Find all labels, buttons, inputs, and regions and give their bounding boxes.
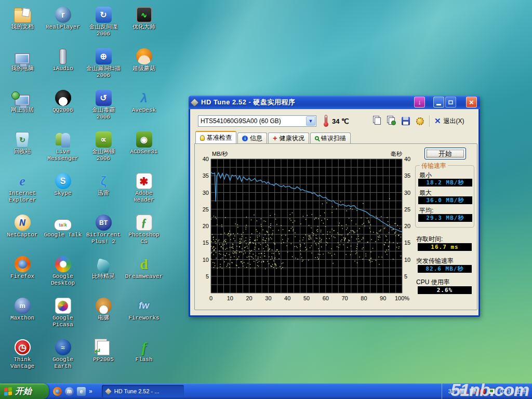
desktop-icon-emule[interactable]: 电骡 <box>83 294 124 336</box>
copy-text-button[interactable] <box>372 115 383 127</box>
desktop-icon-bittorrent[interactable]: BTBitTorrent Plus! 2 <box>83 211 124 252</box>
google-earth-globe-icon: ≈ <box>55 336 71 355</box>
watermark: 51nb.com <box>450 380 529 399</box>
desktop-icon-fireworks[interactable]: fwFireworks <box>124 294 164 336</box>
svg-text:0: 0 <box>209 295 212 301</box>
svg-text:30: 30 <box>404 190 410 196</box>
lightbulb-icon <box>200 135 205 141</box>
firefox-icon <box>15 252 31 272</box>
desktop-icon-adobe-reader[interactable]: ✱Adobe Reader <box>124 169 164 211</box>
desktop-icon-realplayer[interactable]: rRealPlayer <box>43 3 83 45</box>
desktop-icon-avedesk[interactable]: λAveDesk <box>124 86 164 128</box>
burst-rate-value: 82.6 MB/秒 <box>418 265 472 273</box>
kingsoft-vulnscan-icon: ⊕ <box>96 45 112 64</box>
desktop-icon-photoshop[interactable]: ƒPhotoshop CS <box>124 211 164 252</box>
min-value: 18.2 MB/秒 <box>418 179 472 187</box>
taskbar-button-hdtune[interactable]: HD Tune 2.52 - ... <box>102 385 184 397</box>
svg-text:MB/秒: MB/秒 <box>212 151 229 157</box>
desktop-icon-iaudio[interactable]: iAudio <box>43 45 83 86</box>
window-titlebar[interactable]: HD Tune 2.52 - 硬盘实用程序 ↓ × <box>189 96 480 109</box>
download-overlay-button[interactable]: ↓ <box>414 97 425 108</box>
desktop-icon-my-computer[interactable]: 我的电脑 <box>2 45 43 86</box>
desktop-icon-super-mushroom[interactable]: 超级蘑菇 <box>124 45 164 86</box>
quick-launch-firefox-icon[interactable] <box>53 387 62 396</box>
google-desktop-icon <box>55 252 71 272</box>
windows-flag-icon <box>4 387 12 396</box>
svg-text:60: 60 <box>323 295 329 301</box>
desktop-icon-qq2006[interactable]: QQ2006 <box>43 86 83 128</box>
maximize-button[interactable] <box>445 97 456 108</box>
desktop-icon-my-documents[interactable]: 我的文档 <box>2 3 43 45</box>
tab-benchmark[interactable]: 基准检查 <box>195 131 236 143</box>
desktop-icon-thinkvantage[interactable]: ◷Think Vantage <box>2 336 43 377</box>
window-title: HD Tune 2.52 - 硬盘实用程序 <box>201 98 295 107</box>
copy-image-button[interactable] <box>386 115 397 127</box>
quick-launch-maxthon-icon[interactable]: m <box>65 387 74 396</box>
desktop-wallpaper[interactable]: 我的文档 rRealPlayer ↻金山反间谍 2006 ∿优化大师 我的电脑 … <box>0 0 532 399</box>
minimize-button[interactable] <box>433 97 444 108</box>
desktop-icon-acdsee[interactable]: ◉ACDSee31 <box>124 128 164 169</box>
tab-info[interactable]: i信息 <box>237 132 267 143</box>
options-gear-icon[interactable] <box>414 115 425 127</box>
exit-button[interactable]: ✕ 退出(X) <box>434 115 464 127</box>
chevron-down-icon[interactable]: ▼ <box>306 116 315 126</box>
dreamweaver-icon: d <box>136 252 152 272</box>
acdsee-eye-icon: ◉ <box>136 128 152 148</box>
toolbar-separator <box>429 115 430 127</box>
xunlei-bird-icon: ζ <box>96 169 112 189</box>
svg-text:15: 15 <box>404 240 410 246</box>
save-screenshot-button[interactable] <box>400 115 411 127</box>
info-icon: i <box>242 136 248 141</box>
svg-text:80: 80 <box>361 295 367 301</box>
desktop-icon-network-places[interactable]: 网上邻居 <box>2 86 43 128</box>
desktop-icon-google-earth[interactable]: ≈Google Earth <box>43 336 83 377</box>
start-menu-button[interactable]: 开始 <box>0 383 49 399</box>
svg-text:40: 40 <box>284 295 290 301</box>
desktop-icon-kingsoft-antivirus[interactable]: ↺金山毒霸 2006 <box>83 86 124 128</box>
tab-error-scan[interactable]: 错误扫描 <box>310 132 351 143</box>
svg-text:10: 10 <box>404 257 410 263</box>
flash-icon: f <box>136 336 152 355</box>
desktop-icon-google-picasa[interactable]: Google Picasa <box>43 294 83 336</box>
svg-text:35: 35 <box>404 172 410 179</box>
internet-explorer-icon: e <box>15 169 31 189</box>
desktop-icon-xunlei[interactable]: ζ迅雷 <box>83 169 124 211</box>
desktop-icon-kingsoft-antispy[interactable]: ↻金山反间谍 2006 <box>83 3 124 45</box>
close-button[interactable]: × <box>466 97 477 108</box>
desktop-icon-kingsoft-vulnscan[interactable]: ⊕金山漏洞扫描 2006 <box>83 45 124 86</box>
start-benchmark-button[interactable]: 开始 <box>424 148 466 159</box>
desktop-icon-flash[interactable]: fFlash <box>124 336 164 377</box>
avg-value: 29.3 MB/秒 <box>418 214 472 222</box>
max-value: 36.0 MB/秒 <box>418 196 472 204</box>
desktop-icon-skype[interactable]: SSkype <box>43 169 83 211</box>
cpu-usage-label: CPU 使用率 <box>416 278 450 287</box>
iaudio-icon <box>59 45 66 64</box>
desktop-icon-firefox[interactable]: Firefox <box>2 252 43 294</box>
desktop-icon-dreamweaver[interactable]: dDreamweaver <box>124 252 164 294</box>
desktop-icon-google-talk[interactable]: talkGoogle Talk <box>43 211 83 252</box>
desktop-icon-kingsoft-firewall[interactable]: ∝金山网镖 2006 <box>83 128 124 169</box>
desktop-icon-google-desktop[interactable]: Google Desktop <box>43 252 83 294</box>
svg-text:40: 40 <box>203 156 209 162</box>
desktop-icon-netcaptor[interactable]: NNetCaptor <box>2 211 43 252</box>
desktop-icon-youhua-dashi[interactable]: ∿优化大师 <box>124 3 164 45</box>
desktop-icon-recycle-bin[interactable]: ↻回收站 <box>2 128 43 169</box>
svg-text:10: 10 <box>227 295 233 301</box>
tab-health[interactable]: +健康状况 <box>268 132 309 143</box>
desktop-icon-grid: 我的文档 rRealPlayer ↻金山反间谍 2006 ∿优化大师 我的电脑 … <box>2 3 164 377</box>
google-picasa-icon <box>55 294 71 314</box>
desktop-icon-maxthon[interactable]: mMaxthon <box>2 294 43 336</box>
quick-launch-mail-icon[interactable]: e <box>77 387 86 396</box>
kingsoft-antispy-icon: ↻ <box>96 3 112 23</box>
desktop-icon-live-messenger[interactable]: Live Messenger <box>43 128 83 169</box>
svg-text:20: 20 <box>404 223 410 229</box>
desktop-icon-bitspirit[interactable]: 比特精灵 <box>83 252 124 294</box>
desktop-icon-internet-explorer[interactable]: eInternet Explorer <box>2 169 43 211</box>
exit-x-icon: ✕ <box>434 116 441 126</box>
drive-select-combobox[interactable]: HTS541060G9SA00 (60 GB) ▼ <box>198 115 316 127</box>
svg-text:25: 25 <box>404 206 410 212</box>
svg-text:100%: 100% <box>395 295 409 301</box>
desktop-icon-pp2005[interactable]: ↵PP2005 <box>83 336 124 377</box>
quick-launch-overflow-chevron[interactable]: » <box>89 388 92 395</box>
kingsoft-antivirus-icon: ↺ <box>96 86 112 106</box>
